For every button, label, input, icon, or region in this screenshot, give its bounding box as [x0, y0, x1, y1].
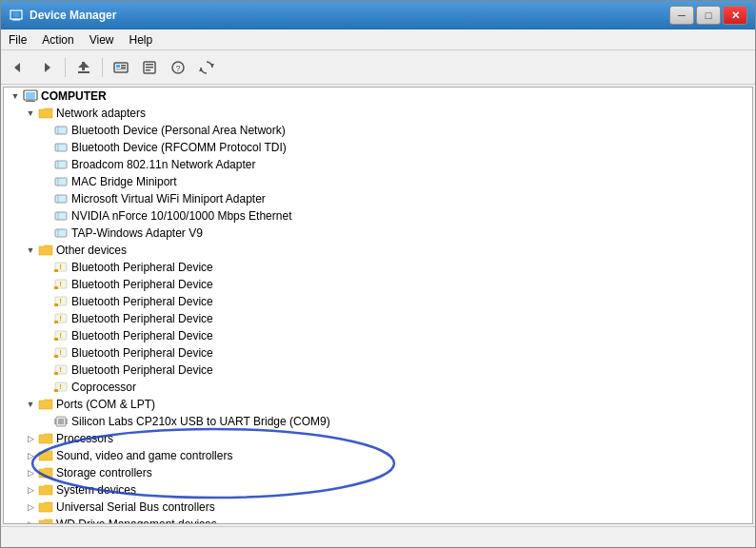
warn-icon-copro: !	[53, 380, 69, 395]
tree-node-bt-periph-7[interactable]: ! Bluetooth Peripheral Device	[4, 362, 752, 379]
menu-file[interactable]: File	[1, 31, 34, 49]
content-area: ▼ COMPUTER ▼	[1, 85, 755, 526]
tree-node-bt-periph-6[interactable]: ! Bluetooth Peripheral Device	[4, 344, 752, 362]
tree-node-coprocessor[interactable]: ! Coprocessor	[4, 379, 752, 396]
svg-text:!: !	[59, 263, 62, 271]
folder-icon-other	[38, 243, 53, 258]
svg-rect-56	[54, 355, 58, 358]
folder-icon-system	[38, 482, 53, 498]
tree-node-bt-periph-3[interactable]: ! Bluetooth Peripheral Device	[4, 293, 752, 310]
title-bar-buttons: ─ □ ✕	[669, 6, 747, 25]
folder-icon-processors	[38, 431, 53, 446]
tree-node-other-devices[interactable]: ▼ Other devices	[4, 242, 752, 259]
svg-rect-22	[26, 92, 35, 99]
node-label-wd: WD Drive Management devices	[56, 518, 217, 524]
node-label-computer: COMPUTER	[41, 89, 107, 103]
menu-view[interactable]: View	[82, 31, 122, 49]
adapter-icon-nvidia	[53, 208, 69, 224]
properties-button[interactable]	[136, 54, 163, 81]
back-button[interactable]	[5, 54, 31, 81]
folder-icon-usb	[38, 499, 53, 515]
tree-node-usb[interactable]: ▷ Universal Serial Bus controllers	[4, 499, 752, 516]
tree-node-bt-periph-2[interactable]: ! Bluetooth Peripheral Device	[4, 276, 752, 293]
menu-action[interactable]: Action	[34, 31, 81, 49]
expand-icon-sound[interactable]: ▷	[23, 448, 38, 463]
node-label-silicon-labs: Silicon Labs CP210x USB to UART Bridge (…	[71, 415, 330, 428]
computer-icon	[23, 88, 38, 104]
svg-rect-14	[146, 64, 153, 66]
svg-rect-27	[55, 144, 67, 151]
expand-icon-usb[interactable]: ▷	[23, 499, 38, 515]
svg-rect-59	[54, 372, 58, 375]
svg-text:!: !	[59, 314, 62, 323]
svg-text:!: !	[59, 331, 62, 340]
tree-node-ms-wifi[interactable]: Microsoft Virtual WiFi Miniport Adapter	[4, 190, 752, 207]
svg-marker-6	[78, 62, 90, 68]
svg-rect-25	[55, 127, 67, 134]
node-label-bt-periph-6: Bluetooth Peripheral Device	[71, 346, 213, 360]
tree-node-nvidia[interactable]: NVIDIA nForce 10/100/1000 Mbps Ethernet	[4, 207, 752, 225]
expand-icon-wd[interactable]: ▷	[23, 517, 38, 524]
svg-rect-9	[116, 65, 120, 68]
tree-node-network-adapters[interactable]: ▼ Network adapters	[4, 105, 752, 122]
tree-node-storage[interactable]: ▷ Storage controllers	[4, 464, 752, 481]
up-button[interactable]	[70, 54, 97, 81]
svg-rect-33	[55, 195, 67, 203]
adapter-icon-broadcom	[53, 157, 69, 172]
svg-rect-11	[121, 67, 126, 68]
warn-icon-bt6: !	[53, 345, 69, 361]
svg-rect-1	[12, 19, 20, 21]
node-label-sound: Sound, video and game controllers	[56, 449, 232, 462]
svg-text:?: ?	[176, 64, 181, 73]
tree-node-system[interactable]: ▷ System devices	[4, 481, 752, 499]
tree-node-sound[interactable]: ▷ Sound, video and game controllers	[4, 447, 752, 464]
minimize-button[interactable]: ─	[669, 6, 694, 25]
expand-icon-storage[interactable]: ▷	[23, 465, 38, 480]
tree-node-bt-periph-1[interactable]: ! Bluetooth Peripheral Device	[4, 259, 752, 276]
menu-help[interactable]: Help	[122, 31, 161, 49]
adapter-icon-mac-bridge	[53, 174, 69, 189]
tree-node-broadcom[interactable]: Broadcom 802.11n Network Adapter	[4, 156, 752, 173]
warn-icon-bt7: !	[53, 362, 69, 378]
device-manager-window: Device Manager ─ □ ✕ File Action View He…	[0, 0, 756, 548]
tree-node-processors[interactable]: ▷ Processors	[4, 430, 752, 447]
expand-icon-processors[interactable]: ▷	[23, 431, 38, 446]
tree-node-wd[interactable]: ▷ WD Drive Management devices	[4, 516, 752, 524]
expand-icon-network[interactable]: ▼	[23, 106, 38, 121]
tree-node-silicon-labs[interactable]: Silicon Labs CP210x USB to UART Bridge (…	[4, 413, 752, 430]
node-label-coprocessor: Coprocessor	[71, 381, 136, 394]
tree-node-bt-pan[interactable]: Bluetooth Device (Personal Area Network)	[4, 122, 752, 139]
expand-icon-ports[interactable]: ▼	[23, 397, 38, 412]
tree-node-computer[interactable]: ▼ COMPUTER	[4, 88, 752, 105]
svg-rect-24	[26, 101, 35, 102]
adapter-icon-bt-pan	[53, 123, 69, 138]
forward-button[interactable]	[33, 54, 60, 81]
svg-rect-50	[54, 321, 58, 323]
svg-rect-12	[116, 68, 126, 70]
toolbar-separator-1	[65, 58, 66, 77]
close-button[interactable]: ✕	[723, 6, 747, 25]
svg-rect-44	[54, 286, 58, 289]
tree-node-tap[interactable]: TAP-Windows Adapter V9	[4, 225, 752, 242]
tree-node-mac-bridge[interactable]: MAC Bridge Miniport	[4, 173, 752, 190]
svg-rect-15	[146, 67, 153, 68]
maximize-button[interactable]: □	[696, 6, 721, 25]
node-label-nvidia: NVIDIA nForce 10/100/1000 Mbps Ethernet	[71, 209, 291, 223]
node-label-bt-periph-2: Bluetooth Peripheral Device	[71, 278, 213, 291]
tree-node-bt-rfcomm[interactable]: Bluetooth Device (RFCOMM Protocol TDI)	[4, 139, 752, 156]
node-label-tap: TAP-Windows Adapter V9	[71, 226, 203, 240]
tree-node-bt-periph-4[interactable]: ! Bluetooth Peripheral Device	[4, 310, 752, 327]
status-bar	[1, 526, 755, 547]
expand-icon-system[interactable]: ▷	[23, 482, 38, 498]
tree-node-ports[interactable]: ▼ Ports (COM & LPT)	[4, 396, 752, 413]
tree-panel[interactable]: ▼ COMPUTER ▼	[3, 87, 753, 524]
expand-icon-computer[interactable]: ▼	[8, 88, 23, 104]
tree-node-bt-periph-5[interactable]: ! Bluetooth Peripheral Device	[4, 327, 752, 344]
expand-icon-other[interactable]: ▼	[23, 243, 38, 258]
refresh-button[interactable]	[193, 54, 220, 81]
help-button[interactable]: ?	[165, 54, 191, 81]
warn-icon-bt1: !	[53, 260, 69, 275]
svg-marker-19	[210, 64, 214, 68]
warn-icon-bt3: !	[53, 294, 69, 309]
show-hidden-button[interactable]	[108, 54, 134, 81]
